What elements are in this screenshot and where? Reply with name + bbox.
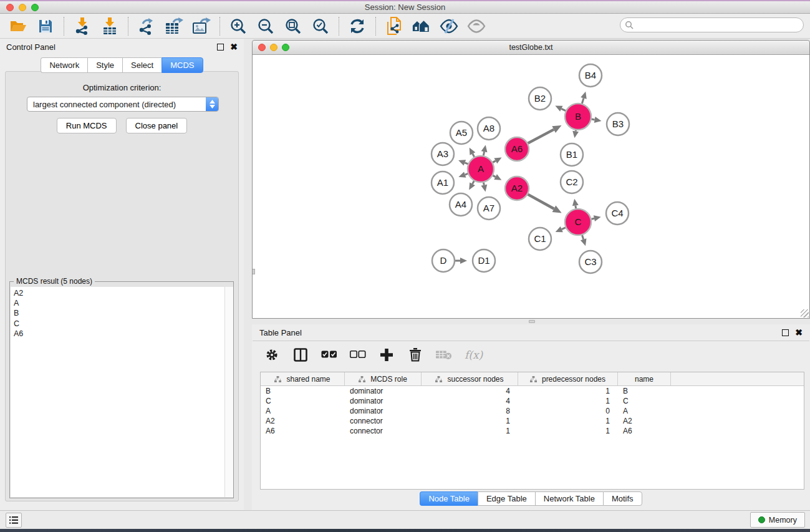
export-image-icon[interactable] <box>192 17 211 36</box>
result-scrollbar[interactable] <box>224 287 233 497</box>
column-header-successor-nodes[interactable]: successor nodes <box>422 372 518 385</box>
network-window-titlebar[interactable]: testGlobe.txt <box>253 41 809 55</box>
graph-node-B[interactable]: B <box>565 104 591 130</box>
show-columns-icon[interactable] <box>292 347 309 363</box>
criterion-dropdown[interactable]: largest connected component (directed) <box>27 97 219 112</box>
tab-node-table[interactable]: Node Table <box>420 491 478 506</box>
refresh-layout-icon[interactable] <box>348 17 367 36</box>
zoom-selected-icon[interactable] <box>311 17 330 36</box>
edge-A-A4[interactable] <box>473 181 475 184</box>
close-panel-icon[interactable]: ✖ <box>230 44 238 51</box>
tab-network[interactable]: Network <box>41 57 87 73</box>
tab-edge-table[interactable]: Edge Table <box>478 491 535 506</box>
column-header-predecessor-nodes[interactable]: predecessor nodes <box>518 372 618 385</box>
task-history-button[interactable] <box>6 513 22 528</box>
column-settings-gear-icon[interactable] <box>264 347 280 363</box>
horizontal-splitter[interactable] <box>252 319 810 324</box>
result-list-item[interactable]: C <box>14 319 221 329</box>
edge-C-C4[interactable] <box>591 218 594 219</box>
hide-selected-icon[interactable] <box>440 17 458 36</box>
graph-node-C1[interactable]: C1 <box>529 228 551 250</box>
search-input[interactable] <box>620 17 804 32</box>
edge-A-A6[interactable] <box>493 161 496 163</box>
add-column-icon[interactable] <box>378 347 395 363</box>
zoom-fit-icon[interactable] <box>284 17 302 36</box>
run-mcds-button[interactable]: Run MCDS <box>57 118 117 133</box>
table-row[interactable]: A2connector11A2 <box>261 416 804 426</box>
graph-node-D[interactable]: D <box>432 249 455 272</box>
graph-node-B2[interactable]: B2 <box>529 87 551 110</box>
result-list-item[interactable]: A2 <box>14 288 221 298</box>
graph-node-A8[interactable]: A8 <box>478 117 500 140</box>
result-list-item[interactable]: B <box>14 308 221 318</box>
zoom-out-icon[interactable] <box>256 17 275 36</box>
graph-node-B4[interactable]: B4 <box>579 64 602 87</box>
export-table-icon[interactable] <box>165 17 183 36</box>
column-header-shared-name[interactable]: shared name <box>261 372 345 385</box>
edge-B-B3[interactable] <box>592 119 595 120</box>
edge-B-B2[interactable] <box>561 109 566 110</box>
delete-table-icon[interactable] <box>436 347 452 363</box>
zoom-in-icon[interactable] <box>229 17 248 36</box>
edge-A6-B[interactable] <box>528 130 554 143</box>
open-folder-icon[interactable] <box>9 17 27 36</box>
import-table-icon[interactable] <box>100 17 119 36</box>
close-panel-button[interactable]: Close panel <box>126 118 188 133</box>
memory-button[interactable]: Memory <box>750 512 805 528</box>
graph-node-D1[interactable]: D1 <box>473 249 495 272</box>
edge-A-A1[interactable] <box>465 173 468 175</box>
canvas-splitter-handle[interactable] <box>253 269 255 274</box>
graph-node-C[interactable]: C <box>565 209 591 235</box>
edge-A-A5[interactable] <box>473 154 475 157</box>
table-row[interactable]: A6connector11A6 <box>261 426 804 436</box>
tab-style[interactable]: Style <box>87 57 122 73</box>
tab-network-table[interactable]: Network Table <box>535 491 603 506</box>
close-table-panel-icon[interactable]: ✖ <box>795 329 803 336</box>
tab-select[interactable]: Select <box>122 57 162 73</box>
graph-node-A2[interactable]: A2 <box>505 177 529 200</box>
edge-A-A8[interactable] <box>483 152 484 155</box>
result-list-item[interactable]: A6 <box>14 329 221 339</box>
table-row[interactable]: Cdominator41C <box>261 396 804 406</box>
edge-A2-C[interactable] <box>528 195 554 209</box>
result-list-item[interactable]: A <box>14 298 221 308</box>
graph-node-A4[interactable]: A4 <box>450 193 472 216</box>
tab-motifs[interactable]: Motifs <box>603 491 642 506</box>
delete-column-trash-icon[interactable] <box>407 347 423 363</box>
edge-A-A7[interactable] <box>483 183 484 185</box>
edge-C-C2[interactable] <box>576 206 576 209</box>
deselect-all-checkboxes-icon[interactable] <box>350 347 366 363</box>
column-header-MCDS-role[interactable]: MCDS role <box>345 372 422 385</box>
edge-A-A2[interactable] <box>493 175 495 177</box>
tab-mcds[interactable]: MCDS <box>162 57 203 73</box>
clone-network-icon[interactable] <box>385 17 403 36</box>
show-all-icon[interactable] <box>467 17 486 36</box>
float-panel-icon[interactable] <box>217 44 224 51</box>
table-row[interactable]: Adominator80A <box>261 406 804 416</box>
table-row[interactable]: Bdominator41B <box>261 386 804 396</box>
graph-node-C4[interactable]: C4 <box>606 202 629 225</box>
float-table-panel-icon[interactable] <box>782 329 789 336</box>
function-builder-icon[interactable]: f(x) <box>465 349 483 361</box>
first-neighbors-icon[interactable] <box>412 17 431 36</box>
import-network-icon[interactable] <box>73 17 92 36</box>
graph-node-A[interactable]: A <box>468 156 494 182</box>
graph-node-A3[interactable]: A3 <box>432 143 454 165</box>
graph-node-A6[interactable]: A6 <box>505 137 529 161</box>
graph-node-C3[interactable]: C3 <box>579 251 602 273</box>
graph-node-A1[interactable]: A1 <box>432 172 454 194</box>
select-all-checkboxes-icon[interactable] <box>321 347 337 363</box>
graph-node-B1[interactable]: B1 <box>561 143 583 166</box>
column-header-name[interactable]: name <box>618 372 671 385</box>
network-canvas[interactable]: B4B2BB3A8A5A6B1A3AA1C2A2A4A7C4CC1C3DD1 <box>253 55 809 318</box>
resize-grip[interactable] <box>801 309 809 317</box>
edge-C-C1[interactable] <box>562 228 566 230</box>
graph-node-A5[interactable]: A5 <box>450 122 473 144</box>
edge-A-A3[interactable] <box>465 163 468 164</box>
graph-node-A7[interactable]: A7 <box>478 197 500 220</box>
export-network-icon[interactable] <box>137 17 156 36</box>
graph-node-C2[interactable]: C2 <box>561 171 583 193</box>
save-icon[interactable] <box>36 17 55 36</box>
graph-node-B3[interactable]: B3 <box>607 113 629 135</box>
edge-B-B4[interactable] <box>582 98 584 104</box>
